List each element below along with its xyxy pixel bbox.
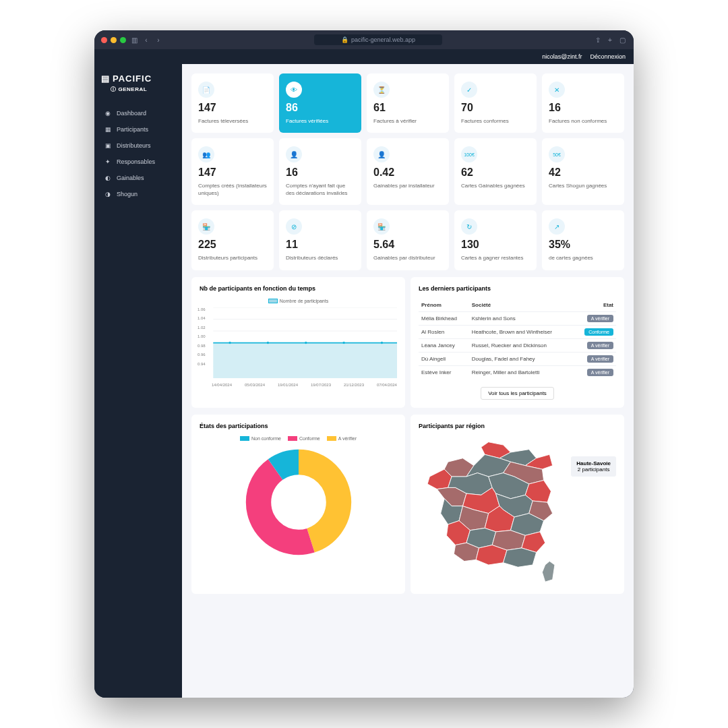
x-axis-labels: 14/04/202405/03/202419/01/202419/07/2023… [200,383,397,387]
sidebar-item-dashboard[interactable]: ◉Dashboard [101,105,175,121]
browser-titlebar: ▥ ‹ › 🔒 pacific-general.web.app ⇪ + ▢ [94,30,634,49]
status-badge: A vérifier [587,355,613,363]
kpi-card[interactable]: 🏪5.64Gainables par distributeur [367,210,449,270]
close-window-icon[interactable] [101,37,107,43]
brand-logo: ▤ PACIFIC [101,73,175,84]
svg-rect-7 [213,342,397,378]
sidebar-toggle-icon[interactable]: ▥ [129,35,139,44]
col-societe: Société [469,299,574,312]
table-row[interactable]: Léana JanceyRussel, Ruecker and Dickinso… [419,338,616,352]
kpi-label: Gainables par distributeur [373,255,442,262]
pie-title: États des participations [200,423,397,429]
kpi-card[interactable]: 👤16Comptes n'ayant fait que des déclarat… [279,138,361,205]
url-field[interactable]: 🔒 pacific-general.web.app [314,34,442,45]
kpi-label: Distributeurs déclarés [286,255,355,262]
shop-icon: 🏪 [198,218,214,235]
table-row[interactable]: Al RoslenHeathcote, Brown and Wintheiser… [419,325,616,338]
donut-chart [241,445,356,559]
kpi-value: 130 [461,239,530,251]
sidebar-item-participants[interactable]: ▦Participants [101,121,175,138]
linechart-panel: Nb de participants en fonction du temps … [191,277,405,408]
hourglass-icon: ⏳ [373,82,390,98]
recent-participants-panel: Les derniers participants Prénom Société… [411,277,624,408]
user-icon: 👤 [286,146,302,162]
svg-point-9 [229,341,231,344]
sidebar: ▤ PACIFIC ⓘ GENERAL ◉Dashboard ▦Particip… [94,64,182,698]
kpi-value: 16 [549,102,617,114]
pie-panel: États des participations Non conforme Co… [191,415,405,594]
kpi-value: 0.42 [373,166,442,179]
back-icon[interactable]: ‹ [142,35,151,44]
kpi-cards-grid: 📄147Factures téleversées👁86Factures véri… [191,73,624,270]
cell-name: Dù Aingell [419,352,469,365]
new-tab-icon[interactable]: + [605,35,615,44]
kpi-value: 225 [198,239,267,251]
view-all-button[interactable]: Voir tous les participants [481,387,554,400]
participants-icon: ▦ [104,125,112,133]
kpi-card[interactable]: 📄147Factures téleversées [191,73,274,133]
sidebar-item-gainables[interactable]: ◐Gainables [101,170,175,186]
sidebar-item-responsables[interactable]: ✦Responsables [101,154,175,170]
table-row[interactable]: Mélia BirkheadKshlerin and SonsA vérifie… [419,311,616,325]
kpi-label: Comptes n'ayant fait que des déclaration… [286,183,355,197]
trend-icon: ↗ [549,218,565,235]
sidebar-item-shogun[interactable]: ◑Shogun [101,186,175,202]
browser-window: ▥ ‹ › 🔒 pacific-general.web.app ⇪ + ▢ ni… [94,30,634,698]
kpi-label: de cartes gagnées [549,255,617,262]
doc-icon: 📄 [198,82,214,98]
table-row[interactable]: Estève InkerReinger, Miller and Bartolet… [419,365,616,379]
kpi-label: Factures conformes [461,118,530,125]
france-map[interactable] [419,436,566,583]
brand-subtitle: ⓘ GENERAL [111,86,175,93]
shop-icon: 🏪 [373,218,390,235]
table-row[interactable]: Dù AingellDouglas, Fadel and FaheyA véri… [419,352,616,365]
kpi-value: 11 [286,239,355,251]
kpi-value: 70 [461,102,530,114]
map-panel: Participants par région [411,415,624,594]
kpi-card[interactable]: ⊘11Distributeurs déclarés [279,210,361,270]
status-badge: Conforme [584,328,613,336]
kpi-card[interactable]: ✓70Factures conformes [454,73,537,133]
history-icon: ↻ [461,218,477,235]
tabs-icon[interactable]: ▢ [617,35,627,44]
share-icon[interactable]: ⇪ [593,35,603,44]
users-icon: 👥 [198,146,214,162]
col-etat: Etat [574,299,616,312]
callout-count: 2 participants [576,466,611,473]
kpi-card[interactable]: 50€42Cartes Shogun gagnées [542,138,624,205]
user-email[interactable]: nicolas@zint.fr [542,53,582,60]
logout-link[interactable]: Déconnexion [590,53,626,60]
recent-table: Prénom Société Etat Mélia BirkheadKshler… [419,299,616,379]
y-axis-labels: 1.061.041.021.000.980.960.94 [198,307,206,366]
legend-swatch-icon [327,436,336,441]
kpi-label: Comptes créés (Installateurs uniques) [198,183,267,197]
fullscreen-window-icon[interactable] [120,37,126,43]
traffic-lights [101,37,126,43]
status-badge: A vérifier [587,369,613,376]
lock-icon: 🔒 [341,36,348,43]
kpi-card[interactable]: 🏪225Distributeurs participants [191,210,274,270]
legend-swatch-icon [288,436,297,441]
kpi-card[interactable]: ⏳61Factures à vérifier [367,73,449,133]
kpi-card[interactable]: ↻130Cartes à gagner restantes [454,210,537,270]
minimize-window-icon[interactable] [111,37,117,43]
cell-name: Mélia Birkhead [419,311,469,325]
svg-marker-41 [504,547,537,566]
eye-icon: 👁 [286,82,302,98]
kpi-card[interactable]: 👁86Factures vérifiées [279,73,361,133]
kpi-label: Gainables par installateur [373,183,442,189]
cell-company: Reinger, Miller and Bartoletti [469,365,574,379]
line-chart: 1.061.041.021.000.980.960.94 14/04/20240… [200,307,397,378]
dashboard-icon: ◉ [104,109,112,117]
sidebar-item-distributeurs[interactable]: ▣Distributeurs [101,138,175,154]
kpi-card[interactable]: 👤0.42Gainables par installateur [367,138,449,205]
forward-icon[interactable]: › [154,35,163,44]
kpi-card[interactable]: ✕16Factures non conformes [542,73,624,133]
legend-conforme: Conforme [288,436,320,441]
kpi-card[interactable]: ↗35%de cartes gagnées [542,210,624,270]
kpi-label: Factures non conformes [549,118,617,125]
kpi-label: Cartes à gagner restantes [461,255,530,262]
kpi-card[interactable]: 👥147Comptes créés (Installateurs uniques… [191,138,274,205]
map-callout: Haute-Savoie 2 participants [571,456,616,477]
kpi-card[interactable]: 100€62Cartes Gainables gagnées [454,138,537,205]
